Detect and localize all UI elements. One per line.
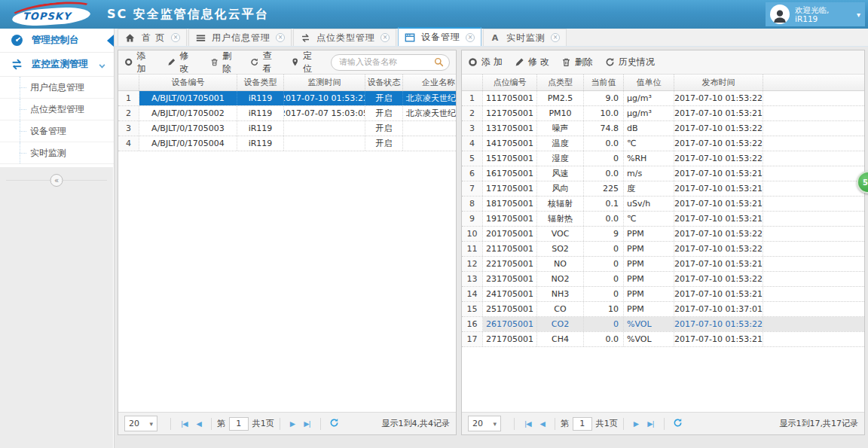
cell-unit: PPM xyxy=(624,287,674,301)
user-menu[interactable]: 欢迎光临, iR119 ▾ xyxy=(766,2,865,26)
page-number-input[interactable] xyxy=(229,417,249,431)
first-page-button[interactable]: |◀ xyxy=(181,419,188,428)
avatar[interactable] xyxy=(770,5,790,24)
table-row[interactable]: 10 201705001 VOC 9 PPM 2017-07-10 01:53:… xyxy=(462,227,864,242)
table-row[interactable]: 7 171705001 风向 225 度 2017-07-10 01:53:21 xyxy=(462,181,864,197)
add-button[interactable]: 添 加 xyxy=(124,50,155,75)
close-icon[interactable]: × xyxy=(171,33,180,42)
prev-page-button[interactable]: ◀ xyxy=(197,419,201,428)
point-panel: 添 加 修 改 删除 历史情况 点位编号 点类型 当前值 值单位 发布时间 xyxy=(461,50,865,435)
table-row[interactable]: 15 251705001 CO 10 PPM 2017-07-10 01:37:… xyxy=(462,302,864,317)
close-icon[interactable]: × xyxy=(381,33,390,42)
cell-point-id: 251705001 xyxy=(483,302,537,316)
table-row[interactable]: 3 131705001 噪声 74.8 dB 2017-07-10 01:53:… xyxy=(462,121,864,136)
refresh-icon[interactable] xyxy=(329,418,339,430)
table-row[interactable]: 11 211705001 SO2 0 PPM 2017-07-10 01:53:… xyxy=(462,242,864,257)
sidebar-item-device-mgmt[interactable]: 设备管理 xyxy=(0,120,114,142)
tab-realtime[interactable]: A 实时监测 × xyxy=(483,29,567,46)
column-header[interactable]: 设备编号 xyxy=(139,75,237,90)
column-header[interactable]: 当前值 xyxy=(584,75,624,90)
delete-button[interactable]: 删除 xyxy=(561,56,593,69)
edit-button[interactable]: 修 改 xyxy=(167,50,198,75)
table-row[interactable]: 2 121705001 PM10 10.0 μg/m³ 2017-07-10 0… xyxy=(462,106,864,121)
sidebar-item-realtime[interactable]: 实时监测 xyxy=(0,142,114,164)
page-title: SC 安全监管信息化云平台 xyxy=(107,7,269,23)
home-icon xyxy=(124,32,135,43)
cell-current-value: 0 xyxy=(584,242,624,256)
column-header[interactable]: 企业名称 xyxy=(403,75,457,90)
tab-device-mgmt[interactable]: 设备管理 × xyxy=(398,27,481,46)
first-page-button[interactable]: |◀ xyxy=(524,419,531,428)
table-row[interactable]: 12 221705001 NO 0 PPM 2017-07-10 01:53:2… xyxy=(462,257,864,272)
tab-home[interactable]: 首 页 × xyxy=(118,29,187,46)
table-row[interactable]: 4 A/BJLT/0/1705004 iR119 开启 xyxy=(118,136,456,151)
column-header[interactable]: 设备状态 xyxy=(365,75,403,90)
sidebar-item-point-type[interactable]: 点位类型管理 xyxy=(0,99,114,120)
table-row[interactable]: 8 181705001 核辐射 0.1 uSv/h 2017-07-10 01:… xyxy=(462,197,864,212)
add-label: 添 加 xyxy=(136,50,154,75)
tab-point-type[interactable]: 点位类型管理 × xyxy=(293,29,396,46)
search-icon[interactable] xyxy=(434,57,444,69)
edit-label: 修 改 xyxy=(528,56,549,69)
user-icon xyxy=(772,8,788,24)
table-row[interactable]: 14 241705001 NH3 0 PPM 2017-07-10 01:53:… xyxy=(462,287,864,302)
table-row[interactable]: 13 231705001 NO2 0 PPM 2017-07-10 01:53:… xyxy=(462,272,864,287)
caret-down-icon[interactable]: ▾ xyxy=(857,11,860,19)
next-page-button[interactable]: ▶ xyxy=(634,419,638,428)
last-page-button[interactable]: ▶| xyxy=(304,419,310,428)
page-prefix: 第 xyxy=(561,418,569,429)
column-header[interactable]: 发布时间 xyxy=(674,75,763,90)
last-page-button[interactable]: ▶| xyxy=(647,419,654,428)
sidebar-item-user-info[interactable]: 用户信息管理 xyxy=(0,77,114,99)
page-size-select[interactable]: 20 ▾ xyxy=(468,416,501,431)
column-header[interactable]: 值单位 xyxy=(624,75,674,90)
refresh-icon[interactable] xyxy=(673,418,683,430)
cell-point-id: 261705001 xyxy=(483,317,537,331)
column-header[interactable]: 监测时间 xyxy=(284,75,365,90)
sidebar-section-console[interactable]: 管理控制台 xyxy=(0,29,114,53)
prev-page-button[interactable]: ◀ xyxy=(540,419,545,428)
tab-user-info[interactable]: 用户信息管理 × xyxy=(188,29,292,46)
cell-current-value: 0.0 xyxy=(584,136,624,151)
next-page-button[interactable]: ▶ xyxy=(290,419,295,428)
locate-button[interactable]: 定位 xyxy=(291,50,319,75)
collapse-sidebar-button[interactable]: « xyxy=(50,174,63,187)
page-number-input[interactable] xyxy=(573,417,592,431)
sidebar-section-monitoring[interactable]: 监控监测管理 xyxy=(0,53,114,77)
table-row[interactable]: 17 271705001 CH4 0.0 %VOL 2017-07-10 01:… xyxy=(462,332,864,347)
cell-point-type: NH3 xyxy=(537,287,584,301)
close-icon[interactable]: × xyxy=(551,33,560,42)
close-icon[interactable]: × xyxy=(276,33,285,42)
point-table-header: 点位编号 点类型 当前值 值单位 发布时间 xyxy=(462,75,864,91)
column-header[interactable]: 设备类型 xyxy=(237,75,284,90)
page-size-select[interactable]: 20 ▾ xyxy=(124,416,157,431)
view-button[interactable]: 查看 xyxy=(250,50,278,75)
edit-button[interactable]: 修 改 xyxy=(515,56,549,69)
table-row[interactable]: 4 141705001 温度 0.0 ℃ 2017-07-10 01:53:22 xyxy=(462,136,864,151)
column-header[interactable]: 点类型 xyxy=(537,75,584,90)
table-row[interactable]: 9 191705001 辐射热 0.0 ℃ 2017-07-10 01:53:2… xyxy=(462,212,864,227)
cell-company: 北京凌天世纪控股股份有限公司 xyxy=(403,91,457,105)
cell-point-type: 噪声 xyxy=(537,121,584,136)
table-row[interactable]: 6 161705001 风速 0.0 m/s 2017-07-10 01:53:… xyxy=(462,166,864,181)
table-row[interactable]: 1 A/BJLT/0/1705001 iR119 2017-07-10 01:5… xyxy=(118,91,456,106)
table-row[interactable]: 3 A/BJLT/0/1705003 iR119 开启 xyxy=(118,121,456,136)
table-row[interactable]: 16 261705001 CO2 0 %VOL 2017-07-10 01:53… xyxy=(462,317,864,332)
divider xyxy=(280,418,280,430)
close-icon[interactable]: × xyxy=(466,33,475,42)
row-number: 8 xyxy=(462,197,483,211)
column-header[interactable]: 点位编号 xyxy=(483,75,537,90)
cell-current-value: 9 xyxy=(584,227,624,241)
chevron-down-icon xyxy=(99,62,105,69)
welcome-username: iR119 xyxy=(795,14,854,23)
cell-point-id: 201705001 xyxy=(483,227,537,241)
table-row[interactable]: 5 151705001 湿度 0 %RH 2017-07-10 01:53:22 xyxy=(462,151,864,166)
search-input[interactable] xyxy=(331,54,450,71)
cell-point-type: CH4 xyxy=(537,332,584,346)
add-button[interactable]: 添 加 xyxy=(468,56,503,69)
table-row[interactable]: 2 A/BJLT/0/1705002 iR119 2017-07-07 15:0… xyxy=(118,106,456,121)
history-button[interactable]: 历史情况 xyxy=(605,56,655,69)
row-number: 2 xyxy=(462,106,483,120)
delete-button[interactable]: 删除 xyxy=(210,50,238,75)
table-row[interactable]: 1 111705001 PM2.5 9.0 μg/m³ 2017-07-10 0… xyxy=(462,91,864,106)
